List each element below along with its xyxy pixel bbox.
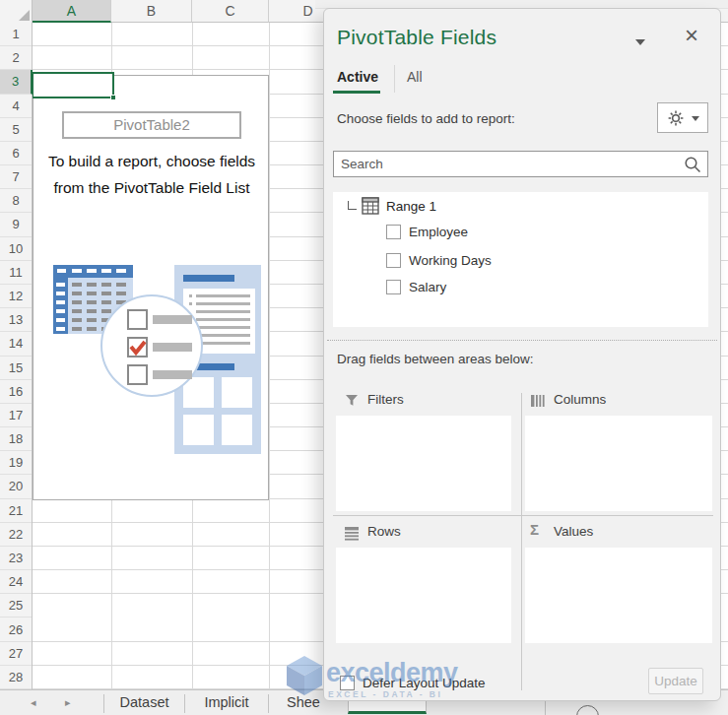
search-box[interactable] <box>333 151 708 177</box>
columns-drop-area[interactable] <box>525 416 712 511</box>
update-button[interactable]: Update <box>648 668 703 694</box>
row-header-27[interactable]: 27 <box>0 642 32 666</box>
row-header-21[interactable]: 21 <box>0 499 32 523</box>
tab-divider <box>394 65 395 93</box>
search-icon[interactable] <box>684 156 701 173</box>
row-header-9[interactable]: 9 <box>0 213 32 236</box>
row-header-13[interactable]: 13 <box>0 308 32 332</box>
pivottable-fields-pane: PivotTable Fields × Active All Choose fi… <box>323 8 721 701</box>
search-input[interactable] <box>334 152 684 176</box>
row-header-10[interactable]: 10 <box>0 237 32 261</box>
row-header-23[interactable]: 23 <box>0 547 32 570</box>
row-header-2[interactable]: 2 <box>0 46 32 70</box>
fill-handle[interactable] <box>110 95 116 100</box>
row-header-26[interactable]: 26 <box>0 618 32 642</box>
rows-icon <box>344 525 360 541</box>
areas-horizontal-divider <box>333 515 713 516</box>
filters-drop-area[interactable] <box>336 416 511 511</box>
pivot-placeholder: PivotTable2 To build a report, choose fi… <box>33 75 269 500</box>
row-header-17[interactable]: 17 <box>0 404 32 427</box>
gear-icon <box>666 108 686 128</box>
column-header-A[interactable]: A <box>33 0 111 23</box>
sheet-tab-implicit[interactable]: Implicit <box>185 690 268 715</box>
tools-button[interactable] <box>657 102 708 133</box>
row-header-28[interactable]: 28 <box>0 666 32 689</box>
row-header-16[interactable]: 16 <box>0 380 32 404</box>
tab-active-underline <box>333 91 380 94</box>
section-divider <box>327 340 717 341</box>
field-list: Range 1 Employee Working Days Salary <box>333 192 708 327</box>
select-all-triangle <box>19 10 30 21</box>
pivot-placeholder-illustration <box>41 259 264 462</box>
sigma-icon: Σ <box>530 521 546 537</box>
row-header-1[interactable]: 1 <box>0 23 32 46</box>
range-table-icon <box>362 197 379 215</box>
selected-cell-A3[interactable] <box>32 72 114 98</box>
defer-layout-checkbox[interactable] <box>340 676 355 690</box>
row-header-5[interactable]: 5 <box>0 118 32 142</box>
columns-icon <box>530 393 546 409</box>
pane-title: PivotTable Fields <box>337 26 496 49</box>
area-rows-label: Rows <box>367 524 401 539</box>
tools-caret-icon <box>692 116 699 121</box>
field-group-label[interactable]: Range 1 <box>386 199 436 214</box>
sheet-nav-next-icon[interactable]: ▸ <box>65 696 71 708</box>
pane-options-caret-icon[interactable] <box>635 39 645 45</box>
row-header-12[interactable]: 12 <box>0 285 32 308</box>
row-header-4[interactable]: 4 <box>0 95 32 118</box>
areas-vertical-divider <box>521 393 522 690</box>
row-header-7[interactable]: 7 <box>0 165 32 189</box>
row-header-22[interactable]: 22 <box>0 523 32 547</box>
pivot-placeholder-message: To build a report, choose fields from th… <box>33 148 270 201</box>
row-header-11[interactable]: 11 <box>0 261 32 285</box>
row-header-18[interactable]: 18 <box>0 427 32 451</box>
tab-active[interactable]: Active <box>337 69 378 85</box>
select-all-corner[interactable] <box>0 0 33 23</box>
pivot-name-box: PivotTable2 <box>62 111 241 139</box>
area-values-label: Values <box>554 524 593 539</box>
drag-areas-label: Drag fields between areas below: <box>337 352 534 366</box>
checkbox[interactable] <box>386 253 401 268</box>
sheet-tab-dataset[interactable]: Dataset <box>104 690 184 715</box>
checkbox[interactable] <box>386 225 401 239</box>
drag-areas: Filters Columns Rows Σ Values <box>324 385 722 691</box>
row-header-8[interactable]: 8 <box>0 189 32 213</box>
field-label: Salary <box>409 280 446 294</box>
values-drop-area[interactable] <box>525 548 712 643</box>
row-headers: 1234567891011121314151617181920212223242… <box>0 23 33 690</box>
rows-drop-area[interactable] <box>336 548 511 643</box>
collapse-icon[interactable] <box>348 201 357 210</box>
row-header-6[interactable]: 6 <box>0 142 32 165</box>
area-columns-label: Columns <box>554 392 606 407</box>
column-header-B[interactable]: B <box>111 0 192 23</box>
grid-line <box>269 23 270 690</box>
filter-icon <box>344 393 360 409</box>
checkbox[interactable] <box>386 280 401 294</box>
pane-close-icon[interactable]: × <box>685 24 698 47</box>
choose-fields-label: Choose fields to add to report: <box>337 111 515 126</box>
row-header-20[interactable]: 20 <box>0 475 32 498</box>
row-header-15[interactable]: 15 <box>0 357 32 380</box>
sheet-nav-prev-icon[interactable]: ◂ <box>31 696 36 708</box>
row-header-19[interactable]: 19 <box>0 451 32 475</box>
row-header-24[interactable]: 24 <box>0 570 32 594</box>
area-filters-label: Filters <box>367 392 404 407</box>
row-header-25[interactable]: 25 <box>0 594 32 618</box>
row-header-3[interactable]: 3 <box>0 70 33 94</box>
tab-all[interactable]: All <box>407 69 423 85</box>
column-header-C[interactable]: C <box>192 0 269 23</box>
defer-layout-label[interactable]: Defer Layout Update <box>363 676 486 690</box>
field-label: Working Days <box>409 253 492 268</box>
field-label: Employee <box>409 225 468 239</box>
row-header-14[interactable]: 14 <box>0 332 32 356</box>
checkbox-circle-graphic <box>101 295 202 396</box>
